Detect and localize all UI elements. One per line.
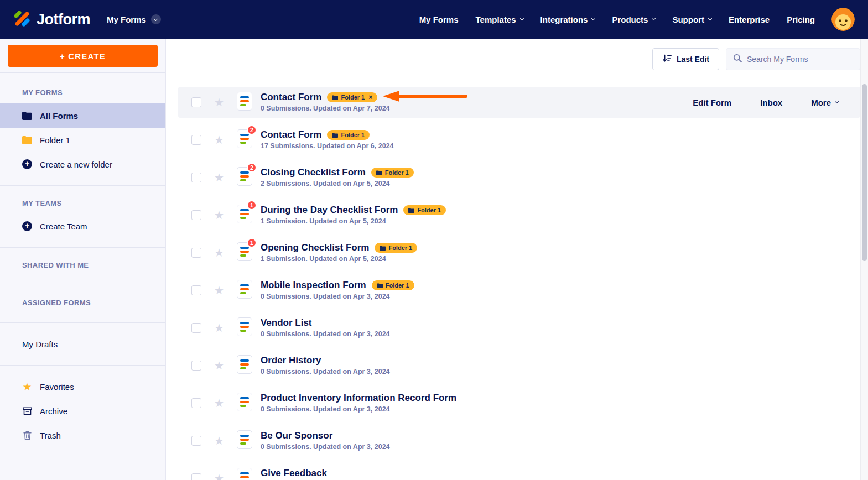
form-row[interactable]: ★ 2 Closing Checklist Form Folder 1 2 Su… bbox=[178, 162, 860, 193]
favorite-star-icon[interactable]: ★ bbox=[214, 172, 224, 183]
sidebar-item-label: Favorites bbox=[40, 382, 74, 392]
sort-button[interactable]: Last Edit bbox=[652, 48, 719, 70]
search-box[interactable] bbox=[726, 48, 860, 70]
row-checkbox[interactable] bbox=[191, 473, 201, 480]
form-row[interactable]: ★ Product Inventory Information Record F… bbox=[178, 388, 860, 419]
nav-support[interactable]: Support bbox=[672, 15, 711, 24]
sidebar-item-label: Archive bbox=[40, 406, 67, 416]
remove-folder-icon[interactable]: × bbox=[368, 94, 372, 101]
row-checkbox[interactable] bbox=[191, 436, 201, 446]
assigned-forms-section-header[interactable]: ASSIGNED FORMS bbox=[0, 294, 165, 314]
row-checkbox[interactable] bbox=[191, 248, 201, 258]
scrollbar-track[interactable] bbox=[860, 39, 868, 480]
favorite-star-icon[interactable]: ★ bbox=[214, 247, 224, 258]
user-avatar[interactable] bbox=[831, 8, 855, 31]
form-title[interactable]: Vendor List bbox=[261, 317, 312, 328]
nav-templates[interactable]: Templates bbox=[475, 15, 523, 24]
form-title[interactable]: Mobile Inspection Form bbox=[261, 280, 366, 291]
favorite-star-icon[interactable]: ★ bbox=[214, 360, 224, 371]
jotform-logo-icon bbox=[12, 9, 31, 30]
sidebar-nav: MY FORMS All Forms Folder 1 + Create a n… bbox=[0, 73, 165, 447]
folder-chip[interactable]: Folder 1 bbox=[372, 280, 414, 290]
sidebar-item-all-forms[interactable]: All Forms bbox=[0, 103, 165, 128]
row-checkbox[interactable] bbox=[191, 210, 201, 220]
folder-chip[interactable]: Folder 1 × bbox=[327, 92, 377, 102]
form-row[interactable]: ★ Mobile Inspection Form Folder 1 0 Subm… bbox=[178, 275, 860, 306]
form-icon bbox=[237, 280, 252, 301]
row-checkbox[interactable] bbox=[191, 173, 201, 182]
folder-icon bbox=[22, 136, 32, 144]
nav-enterprise[interactable]: Enterprise bbox=[729, 15, 770, 24]
favorite-star-icon[interactable]: ★ bbox=[214, 97, 224, 108]
workspace-switcher[interactable]: My Forms bbox=[107, 14, 161, 24]
form-title[interactable]: Contact Form bbox=[261, 129, 322, 140]
edit-form-button[interactable]: Edit Form bbox=[693, 98, 731, 107]
favorite-star-icon[interactable]: ★ bbox=[214, 398, 224, 409]
form-row[interactable]: ★ 1 During the Day Checklist Form Folder… bbox=[178, 200, 860, 231]
nav-pricing[interactable]: Pricing bbox=[787, 15, 815, 24]
form-row[interactable]: ★ 1 Opening Checklist Form Folder 1 1 Su… bbox=[178, 237, 860, 268]
folder-chip[interactable]: Folder 1 bbox=[375, 243, 417, 253]
form-row[interactable]: ★ Vendor List 0 Submissions. Updated on … bbox=[178, 312, 860, 343]
favorite-star-icon[interactable]: ★ bbox=[214, 473, 224, 480]
search-input[interactable] bbox=[747, 55, 853, 64]
sidebar-item-label: My Drafts bbox=[22, 340, 58, 349]
row-checkbox[interactable] bbox=[191, 323, 201, 333]
shared-with-me-section-header[interactable]: SHARED WITH ME bbox=[0, 257, 165, 276]
favorite-star-icon[interactable]: ★ bbox=[214, 435, 224, 446]
form-title[interactable]: Be Our Sponsor bbox=[261, 430, 332, 441]
more-button[interactable]: More bbox=[811, 98, 838, 107]
chevron-down-icon bbox=[708, 16, 712, 20]
form-title[interactable]: Order History bbox=[261, 355, 321, 366]
submission-count-badge: 2 bbox=[247, 125, 257, 135]
nav-my-forms[interactable]: My Forms bbox=[419, 15, 459, 24]
favorite-star-icon[interactable]: ★ bbox=[214, 210, 224, 221]
form-title[interactable]: Give Feedback bbox=[261, 468, 327, 479]
folder-chip[interactable]: Folder 1 bbox=[371, 168, 414, 178]
form-row[interactable]: ★ 2 Contact Form Folder 1 17 Submissions… bbox=[178, 124, 860, 155]
nav-products[interactable]: Products bbox=[612, 15, 655, 24]
jotform-logo[interactable]: Jotform bbox=[12, 9, 90, 30]
form-title[interactable]: During the Day Checklist Form bbox=[261, 205, 398, 216]
row-checkbox[interactable] bbox=[191, 285, 201, 295]
divider bbox=[0, 365, 165, 366]
form-meta: 0 Submissions. Updated on Apr 3, 2024 bbox=[261, 293, 414, 301]
sidebar-item-trash[interactable]: Trash bbox=[0, 423, 165, 447]
archive-icon bbox=[22, 407, 32, 415]
sidebar-item-folder-1[interactable]: Folder 1 bbox=[0, 128, 165, 152]
favorite-star-icon[interactable]: ★ bbox=[214, 285, 224, 296]
form-row[interactable]: ★ Give Feedback bbox=[178, 463, 860, 480]
row-checkbox[interactable] bbox=[191, 135, 201, 145]
form-row[interactable]: ★ Order History 0 Submissions. Updated o… bbox=[178, 350, 860, 381]
form-icon bbox=[237, 355, 252, 376]
folder-chip[interactable]: Folder 1 bbox=[327, 130, 370, 140]
row-checkbox[interactable] bbox=[191, 361, 201, 371]
folder-chip-label: Folder 1 bbox=[417, 207, 441, 213]
create-button[interactable]: + CREATE bbox=[8, 45, 158, 67]
nav-integrations[interactable]: Integrations bbox=[540, 15, 595, 24]
my-teams-section-header: MY TEAMS bbox=[0, 195, 165, 214]
form-meta: 17 Submissions. Updated on Apr 6, 2024 bbox=[261, 142, 394, 150]
form-icon: 1 bbox=[237, 205, 252, 226]
form-row[interactable]: ★ Contact Form Folder 1 × 0 Submissions.… bbox=[178, 87, 860, 118]
inbox-button[interactable]: Inbox bbox=[760, 98, 782, 107]
form-row[interactable]: ★ Be Our Sponsor 0 Submissions. Updated … bbox=[178, 425, 860, 456]
folder-chip[interactable]: Folder 1 bbox=[403, 205, 446, 215]
form-title[interactable]: Contact Form bbox=[261, 92, 322, 103]
sidebar-item-my-drafts[interactable]: My Drafts bbox=[0, 332, 165, 356]
sidebar-item-create-folder[interactable]: + Create a new folder bbox=[0, 152, 165, 176]
nav-link-label: Enterprise bbox=[729, 15, 770, 24]
my-forms-section-header: MY FORMS bbox=[0, 84, 165, 103]
sidebar-item-archive[interactable]: Archive bbox=[0, 399, 165, 423]
favorite-star-icon[interactable]: ★ bbox=[214, 134, 224, 145]
sidebar-item-create-team[interactable]: + Create Team bbox=[0, 214, 165, 238]
chevron-down-icon bbox=[835, 100, 839, 103]
row-checkbox[interactable] bbox=[191, 97, 201, 107]
sidebar-item-favorites[interactable]: ★ Favorites bbox=[0, 374, 165, 399]
row-checkbox[interactable] bbox=[191, 398, 201, 408]
form-title[interactable]: Opening Checklist Form bbox=[261, 242, 369, 253]
form-title[interactable]: Closing Checklist Form bbox=[261, 167, 366, 178]
scrollbar-thumb[interactable] bbox=[862, 84, 867, 261]
form-title[interactable]: Product Inventory Information Record For… bbox=[261, 393, 456, 404]
favorite-star-icon[interactable]: ★ bbox=[214, 322, 224, 333]
